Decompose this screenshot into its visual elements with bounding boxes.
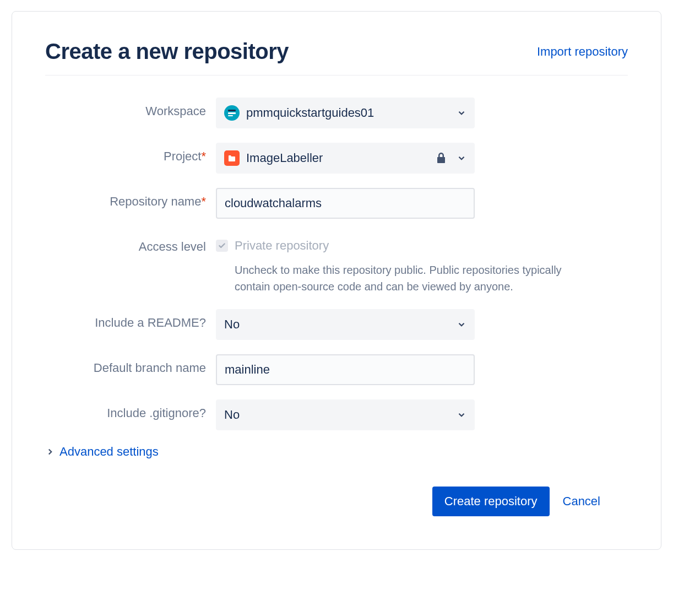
- project-value: ImageLabeller: [246, 151, 436, 165]
- cancel-link[interactable]: Cancel: [563, 494, 600, 509]
- import-repository-link[interactable]: Import repository: [537, 45, 628, 59]
- project-avatar-icon: [224, 150, 240, 166]
- readme-select[interactable]: No: [216, 309, 475, 340]
- gitignore-label: Include .gitignore?: [45, 399, 216, 420]
- readme-value: No: [224, 317, 457, 332]
- check-icon: [218, 242, 226, 250]
- gitignore-select[interactable]: No: [216, 399, 475, 430]
- required-asterisk: *: [201, 149, 206, 163]
- required-asterisk: *: [201, 194, 206, 208]
- default-branch-row: Default branch name: [45, 354, 628, 385]
- advanced-settings-toggle[interactable]: Advanced settings: [45, 445, 628, 459]
- workspace-value: pmmquickstartguides01: [246, 106, 457, 120]
- svg-rect-0: [228, 110, 236, 111]
- private-repo-checkbox[interactable]: [216, 240, 228, 252]
- readme-label: Include a README?: [45, 309, 216, 330]
- page-title: Create a new repository: [45, 39, 289, 64]
- readme-row: Include a README? No: [45, 309, 628, 340]
- project-select[interactable]: ImageLabeller: [216, 143, 475, 174]
- button-row: Create repository Cancel: [45, 487, 628, 516]
- project-label: Project*: [45, 143, 216, 164]
- project-row: Project* ImageLabeller: [45, 143, 628, 174]
- chevron-down-icon: [457, 108, 466, 118]
- lock-icon: [436, 152, 447, 164]
- header: Create a new repository Import repositor…: [45, 39, 628, 75]
- access-level-help: Uncheck to make this repository public. …: [216, 262, 568, 295]
- chevron-down-icon: [457, 320, 466, 329]
- create-repo-card: Create a new repository Import repositor…: [12, 11, 661, 550]
- access-level-label: Access level: [45, 233, 216, 254]
- svg-rect-1: [228, 112, 236, 114]
- gitignore-value: No: [224, 408, 457, 422]
- workspace-label: Workspace: [45, 98, 216, 118]
- chevron-down-icon: [457, 153, 466, 163]
- workspace-select[interactable]: pmmquickstartguides01: [216, 98, 475, 128]
- repo-name-row: Repository name*: [45, 188, 628, 219]
- create-repository-button[interactable]: Create repository: [432, 487, 550, 516]
- workspace-avatar-icon: [224, 105, 240, 121]
- advanced-settings-label: Advanced settings: [59, 445, 159, 459]
- svg-rect-2: [228, 115, 233, 116]
- repo-name-input[interactable]: [216, 188, 475, 219]
- chevron-right-icon: [45, 447, 55, 457]
- gitignore-row: Include .gitignore? No: [45, 399, 628, 430]
- default-branch-label: Default branch name: [45, 354, 216, 375]
- workspace-row: Workspace pmmquickstartguides01: [45, 98, 628, 128]
- default-branch-input[interactable]: [216, 354, 475, 385]
- private-repo-label: Private repository: [235, 239, 329, 253]
- chevron-down-icon: [457, 410, 466, 420]
- repo-name-label: Repository name*: [45, 188, 216, 209]
- access-level-row: Access level Private repository Uncheck …: [45, 233, 628, 295]
